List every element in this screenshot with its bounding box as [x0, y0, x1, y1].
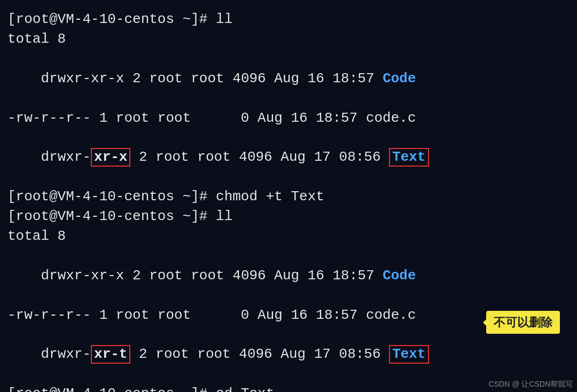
- line9-prefix: drwxr-xr-x 2 root root 4096 Aug 16 18:57: [41, 268, 383, 284]
- terminal-line-4: -rw-r--r-- 1 root root 0 Aug 16 18:57 co…: [7, 108, 566, 128]
- line3-code: Code: [383, 70, 416, 87]
- balloon-delete-note: 不可以删除: [486, 311, 560, 334]
- terminal-line-3: drwxr-xr-x 2 root root 4096 Aug 16 18:57…: [7, 49, 566, 108]
- terminal-line-1: [root@VM-4-10-centos ~]# ll: [7, 10, 566, 29]
- terminal-line-9: drwxr-xr-x 2 root root 4096 Aug 16 18:57…: [7, 246, 566, 305]
- line5-text-box: Text: [389, 148, 428, 167]
- terminal-line-12: [root@VM-4-10-centos ~]# cd Text: [7, 384, 566, 392]
- terminal-line-8: total 8: [7, 226, 566, 246]
- line5-perm-box: xr-x: [91, 148, 130, 167]
- line5-prefix: drwxr-: [41, 149, 91, 165]
- terminal-line-5: drwxr-xr-x 2 root root 4096 Aug 17 08:56…: [7, 128, 566, 187]
- line11-suffix: 2 root root 4096 Aug 17 08:56: [130, 346, 389, 362]
- watermark: CSDN @ 让CSDN帮我写: [489, 379, 573, 390]
- line11-prefix: drwxr-: [41, 346, 91, 362]
- line3-prefix: drwxr-xr-x 2 root root 4096 Aug 16 18:57: [41, 70, 383, 87]
- line9-code: Code: [383, 268, 416, 284]
- terminal-line-7: [root@VM-4-10-centos ~]# ll: [7, 207, 566, 226]
- line11-perm-box: xr-t: [91, 345, 130, 364]
- terminal: [root@VM-4-10-centos ~]# ll total 8 drwx…: [0, 0, 577, 392]
- terminal-line-11: drwxr-xr-t 2 root root 4096 Aug 17 08:56…: [7, 325, 566, 385]
- terminal-line-6: [root@VM-4-10-centos ~]# chmod +t Text: [7, 187, 566, 207]
- terminal-line-2: total 8: [7, 29, 566, 49]
- line5-suffix: 2 root root 4096 Aug 17 08:56: [130, 149, 389, 165]
- line11-text-box: Text: [389, 345, 428, 364]
